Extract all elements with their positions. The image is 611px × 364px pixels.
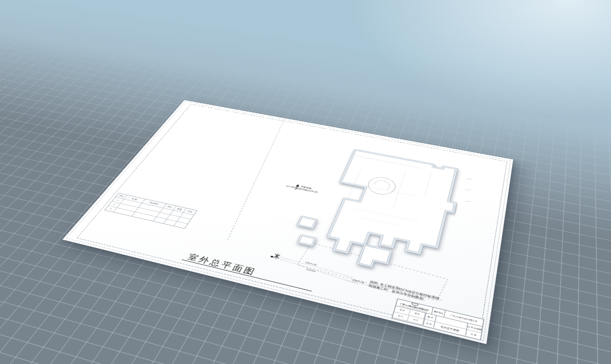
scale-value: 1:100 — [474, 327, 482, 331]
scale-date: 比 例 1:100 日 期 — [466, 323, 482, 339]
perspective-scene: 道路中心线 排水明沟 围墙中心线 — [0, 0, 611, 364]
dimension-ticks — [462, 178, 475, 203]
leader-label-fence: 围墙中心线 — [352, 279, 365, 284]
ground-grid-plane: 道路中心线 排水明沟 围墙中心线 — [0, 0, 611, 364]
leader-label-ditch: 排水明沟 — [306, 268, 316, 273]
site-boundary-line — [211, 119, 299, 240]
drawing-sheet: 道路中心线 排水明沟 围墙中心线 — [62, 100, 513, 344]
leader-marker — [270, 252, 281, 259]
cad-3d-viewport[interactable]: 道路中心线 排水明沟 围墙中心线 — [0, 0, 611, 364]
